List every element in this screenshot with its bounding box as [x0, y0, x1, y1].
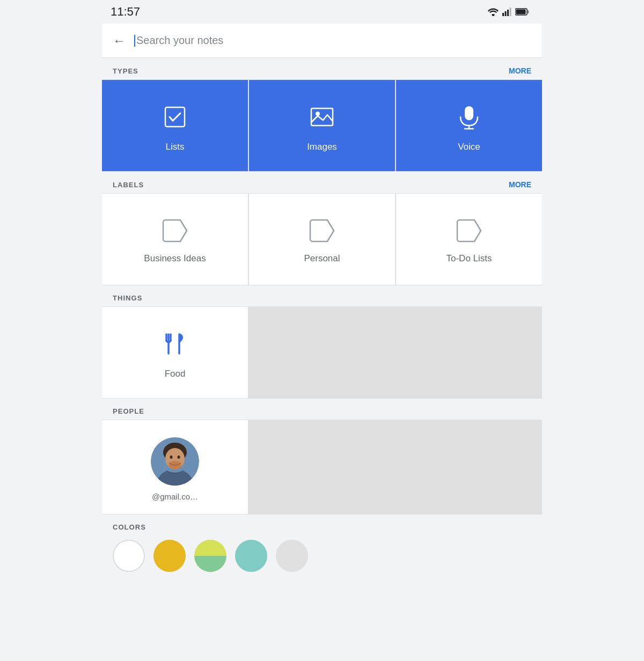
svg-point-22: [169, 461, 181, 469]
thing-item-food[interactable]: Food: [102, 307, 248, 398]
svg-rect-1: [505, 11, 507, 16]
color-gray[interactable]: [276, 540, 308, 572]
label-tag-icon-personal: [308, 219, 336, 245]
status-time: 11:57: [111, 5, 140, 19]
color-teal[interactable]: [235, 540, 267, 572]
type-item-lists[interactable]: Lists: [102, 80, 248, 171]
svg-point-21: [178, 456, 180, 459]
search-input-area[interactable]: Search your notes: [134, 34, 531, 47]
search-placeholder: Search your notes: [136, 34, 223, 47]
mic-icon: [455, 103, 483, 133]
color-white[interactable]: [113, 540, 145, 572]
label-tag-icon-business: [161, 219, 189, 245]
things-section-header: THINGS: [102, 285, 542, 306]
svg-rect-7: [165, 107, 185, 127]
image-icon: [308, 103, 336, 133]
people-section-header: PEOPLE: [102, 399, 542, 420]
type-voice-label: Voice: [458, 142, 480, 152]
colors-section-header: COLORS: [102, 515, 542, 535]
person-item[interactable]: @gmail.co…: [102, 420, 248, 514]
types-grid: Lists Images Voic: [102, 79, 542, 172]
status-bar: 11:57: [102, 0, 542, 24]
thing-food-label: Food: [165, 369, 186, 379]
colors-section: COLORS: [102, 515, 542, 591]
back-button[interactable]: ←: [113, 33, 126, 48]
label-item-business-ideas[interactable]: Business Ideas: [102, 194, 248, 285]
phone-wrapper: 11:57 ←: [102, 0, 542, 661]
label-tag-icon-todo: [455, 219, 483, 245]
svg-rect-10: [465, 106, 473, 120]
svg-rect-2: [507, 10, 509, 16]
color-teal-stripe: [194, 556, 226, 572]
types-section-title: TYPES: [113, 67, 138, 75]
label-item-todo-lists[interactable]: To-Do Lists: [396, 194, 542, 285]
type-item-voice[interactable]: Voice: [396, 80, 542, 171]
battery-icon: [515, 8, 529, 16]
food-icon: [161, 330, 189, 360]
label-todo-label: To-Do Lists: [446, 253, 492, 264]
labels-section-title: LABELS: [113, 181, 144, 189]
labels-more-button[interactable]: MORE: [509, 180, 531, 189]
signal-icon: [502, 8, 512, 16]
checkbox-icon: [161, 103, 189, 133]
types-more-button[interactable]: MORE: [509, 67, 531, 75]
label-business-ideas-label: Business Ideas: [144, 253, 206, 264]
svg-point-20: [170, 456, 173, 459]
type-item-images[interactable]: Images: [249, 80, 395, 171]
color-yellow-gold[interactable]: [153, 540, 186, 572]
type-images-label: Images: [307, 142, 337, 152]
svg-rect-5: [528, 10, 529, 13]
label-personal-label: Personal: [304, 253, 340, 264]
things-grid: Food: [102, 306, 542, 399]
labels-grid: Business Ideas Personal To-Do Lists: [102, 193, 542, 285]
people-grid: @gmail.co…: [102, 420, 542, 515]
colors-grid: [102, 535, 542, 581]
colors-section-title: COLORS: [113, 523, 146, 531]
type-lists-label: Lists: [166, 142, 185, 152]
color-yellow-green-teal[interactable]: [194, 540, 226, 572]
people-section-title: PEOPLE: [113, 407, 144, 415]
labels-section-header: LABELS MORE: [102, 172, 542, 193]
things-section-title: THINGS: [113, 294, 142, 302]
person-email: @gmail.co…: [152, 492, 198, 501]
wifi-icon: [487, 8, 499, 16]
status-icons: [487, 8, 529, 16]
search-bar[interactable]: ← Search your notes: [102, 24, 542, 58]
avatar: [151, 437, 199, 486]
svg-rect-0: [502, 13, 504, 16]
search-cursor: [134, 35, 135, 47]
label-item-personal[interactable]: Personal: [249, 194, 395, 285]
svg-rect-6: [516, 10, 526, 14]
svg-rect-3: [510, 8, 511, 16]
types-section-header: TYPES MORE: [102, 58, 542, 79]
